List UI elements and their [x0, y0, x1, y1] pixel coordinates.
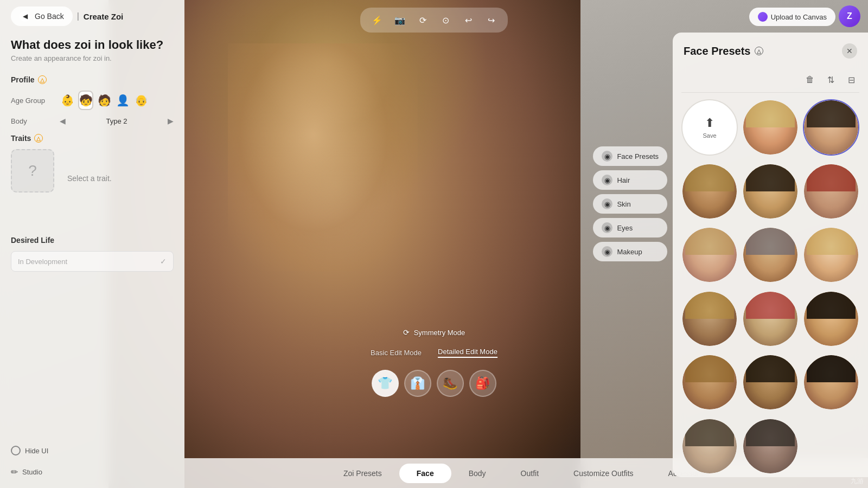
symmetry-toggle[interactable]: ⟳ Symmetry Mode	[403, 328, 465, 337]
back-arrow-icon: ◀	[20, 11, 30, 22]
preset-item-4[interactable]	[742, 163, 799, 220]
desired-life-section: Desired Life In Development ✓	[11, 236, 174, 272]
desired-life-input[interactable]: In Development ✓	[11, 251, 174, 272]
panel-actions-row: 🗑 ⇅ ⊟	[673, 65, 868, 92]
panel-title: Face Presets △	[684, 45, 763, 57]
back-button[interactable]: ◀ Go Back	[11, 7, 73, 26]
side-menu-skin[interactable]: ◉ Skin	[593, 194, 667, 214]
profile-label: Profile	[11, 75, 35, 84]
tool-undo-icon[interactable]: ↩	[460, 12, 476, 28]
edit-modes: Basic Edit Mode Detailed Edit Mode	[371, 348, 497, 358]
face-presets-menu-label: Face Presets	[617, 152, 659, 160]
age-group-label: Age Group	[11, 97, 54, 105]
outfit-top-icon[interactable]: 👕	[372, 370, 399, 397]
preset-face-7	[743, 228, 797, 282]
canvas-logo	[758, 12, 768, 22]
delete-icon[interactable]: 🗑	[802, 72, 818, 88]
tool-connect-icon[interactable]: ⚡	[369, 12, 385, 28]
left-sidebar: What does zoi in look like? Create an ap…	[0, 0, 184, 488]
user-avatar[interactable]: Z	[839, 5, 860, 27]
basic-edit-mode-button[interactable]: Basic Edit Mode	[371, 349, 422, 357]
preset-item-7[interactable]	[742, 227, 799, 283]
traits-content: ? Select a trait.	[11, 149, 174, 192]
watermark: 九游	[846, 474, 868, 488]
preset-item-14[interactable]	[803, 354, 859, 410]
trait-placeholder-text: Select a trait.	[67, 159, 112, 183]
panel-header: Face Presets △ ✕	[673, 33, 868, 65]
skin-menu-label: Skin	[617, 200, 630, 208]
page-subtitle: Create an appearance for zoi in.	[11, 54, 174, 62]
tab-face-label: Face	[417, 469, 434, 478]
hide-ui-label: Hide UI	[25, 447, 48, 455]
side-menu-makeup[interactable]: ◉ Makeup	[593, 242, 667, 261]
save-label: Save	[703, 132, 716, 139]
preset-item-10[interactable]	[742, 291, 799, 347]
preset-face-10	[743, 292, 797, 346]
studio-button[interactable]: ✏ Studio	[11, 467, 42, 477]
body-next-arrow[interactable]: ▶	[168, 117, 174, 125]
age-senior-icon[interactable]: 👴	[133, 91, 149, 110]
side-menu-hair[interactable]: ◉ Hair	[593, 170, 667, 190]
outfit-icons: 👕 👔 🥾 🎒	[372, 370, 496, 397]
outfit-bag-icon[interactable]: 🎒	[469, 370, 496, 397]
preset-face-8	[804, 228, 858, 282]
outfit-shirt-icon[interactable]: 👔	[404, 370, 431, 397]
age-teen-icon[interactable]: 🧑	[97, 91, 112, 110]
studio-pencil-icon: ✏	[11, 467, 18, 477]
body-type-value: Type 2	[70, 117, 163, 125]
save-preset-button[interactable]: ⬆ Save	[681, 99, 738, 156]
tool-redo-icon[interactable]: ↪	[483, 12, 499, 28]
side-menu-face-presets[interactable]: ◉ Face Presets	[593, 146, 667, 166]
side-menu-eyes[interactable]: ◉ Eyes	[593, 218, 667, 237]
tool-camera-icon[interactable]: 📷	[392, 12, 408, 28]
studio-label: Studio	[22, 468, 42, 476]
traits-label: Traits △	[11, 134, 174, 143]
preset-face-5	[804, 164, 858, 219]
preset-item-8[interactable]	[803, 227, 859, 283]
tool-target-icon[interactable]: ⊙	[437, 12, 454, 28]
preset-item-13[interactable]	[742, 354, 799, 410]
panel-close-button[interactable]: ✕	[842, 43, 857, 59]
trait-add-button[interactable]: ?	[11, 149, 54, 192]
outfit-boots-icon[interactable]: 🥾	[437, 370, 464, 397]
preset-item-12[interactable]	[681, 354, 738, 410]
preset-item-6[interactable]	[681, 227, 738, 283]
age-baby-icon[interactable]: 👶	[60, 91, 75, 110]
body-prev-arrow[interactable]: ◀	[60, 117, 66, 125]
preset-item-16[interactable]	[742, 418, 799, 474]
traits-section: Traits △ ? Select a trait.	[11, 134, 174, 192]
age-group-selector: 👶 🧒 🧑 👤 👴	[60, 91, 149, 110]
detailed-edit-mode-button[interactable]: Detailed Edit Mode	[438, 348, 497, 358]
preset-item-15[interactable]	[681, 418, 738, 474]
desired-life-check-icon: ✓	[160, 257, 167, 266]
tab-outfit[interactable]: Outfit	[503, 464, 556, 483]
preset-item-5[interactable]	[803, 163, 859, 220]
preset-item-9[interactable]	[681, 291, 738, 347]
tab-zoi-presets[interactable]: Zoi Presets	[326, 464, 399, 483]
preset-face-1	[743, 100, 797, 155]
symmetry-icon: ⟳	[403, 328, 410, 337]
age-adult-icon[interactable]: 👤	[115, 91, 130, 110]
preset-item-3[interactable]	[681, 163, 738, 220]
tab-customize-outfits[interactable]: Customize Outfits	[556, 464, 650, 483]
upload-to-canvas-button[interactable]: Upload to Canvas	[749, 8, 835, 26]
symmetry-label: Symmetry Mode	[414, 329, 465, 337]
hair-dot-icon: ◉	[602, 175, 612, 185]
panel-warning-icon: △	[755, 47, 763, 55]
sort-icon[interactable]: ⇅	[822, 72, 839, 88]
preset-face-15	[682, 419, 737, 473]
tab-body[interactable]: Body	[451, 464, 503, 483]
preset-item-2[interactable]	[803, 99, 859, 156]
preset-item-11[interactable]	[803, 291, 859, 347]
desired-life-placeholder: In Development	[18, 258, 67, 266]
preset-face-6	[682, 228, 737, 282]
tool-sync-icon[interactable]: ⟳	[414, 12, 431, 28]
filter-icon[interactable]: ⊟	[843, 72, 859, 88]
face-highlight	[228, 43, 418, 271]
age-child-icon[interactable]: 🧒	[78, 91, 93, 110]
tab-face[interactable]: Face	[399, 464, 451, 483]
tab-customize-outfits-label: Customize Outfits	[573, 469, 633, 478]
hide-ui-toggle[interactable]: Hide UI	[11, 446, 48, 455]
preset-item-1[interactable]	[742, 99, 799, 156]
save-upload-icon: ⬆	[705, 116, 714, 130]
